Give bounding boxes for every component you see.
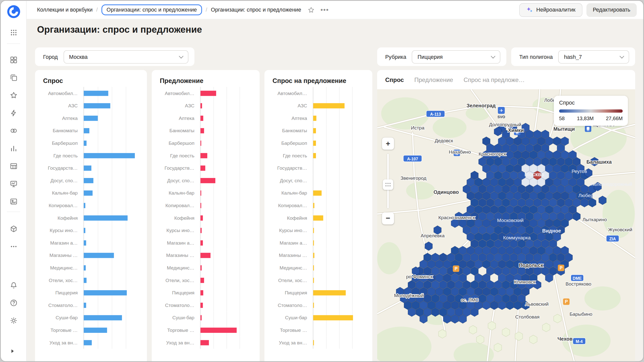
category-label: Аптека — [270, 115, 307, 121]
bar-track — [83, 249, 140, 261]
svg-text:✈: ✈ — [499, 108, 503, 113]
category-label: Курсы ино… — [270, 228, 307, 233]
category-label: Государств… — [270, 165, 307, 171]
dashboards-icon[interactable] — [6, 52, 21, 68]
city-filter-card: Город Москва — [35, 48, 194, 66]
map-place-label: Железнодорожный — [590, 182, 632, 187]
category-label: Торговые … — [41, 327, 78, 333]
settings-icon[interactable] — [6, 313, 21, 328]
category-label: Барбершоп — [157, 140, 194, 146]
bar — [200, 228, 202, 233]
hex-cell — [554, 314, 561, 323]
bar-row: Магазин а… — [41, 237, 140, 249]
city-select[interactable]: Москва — [63, 50, 188, 63]
bar-row: Уход за вн… — [270, 336, 365, 349]
bar — [200, 103, 202, 108]
bar-row: АЗС — [41, 99, 140, 112]
map-place-label: Красногорск — [478, 151, 506, 157]
breadcrumb-separator: / — [96, 7, 98, 13]
lens-icon[interactable] — [6, 123, 21, 139]
category-label: АЗС — [270, 103, 307, 108]
bar-track — [83, 311, 140, 324]
hex-cell — [476, 335, 484, 344]
bar — [313, 253, 314, 258]
zoom-slider-handle[interactable] — [383, 179, 393, 190]
category-label: Отели, хос… — [270, 277, 307, 283]
polygon-type-select[interactable]: hash_7 — [558, 50, 629, 63]
map-place-label: Московский — [497, 218, 524, 223]
map-tab-demand[interactable]: Спрос — [385, 76, 404, 83]
neuro-analyst-button[interactable]: Нейроаналитик — [519, 3, 582, 17]
notifications-icon[interactable] — [6, 278, 21, 293]
category-label: Уход за вн… — [270, 340, 307, 345]
map-place-label: Краснознаменск — [438, 215, 475, 220]
bar — [313, 203, 314, 208]
services-icon[interactable] — [6, 221, 21, 237]
polygon-type-select-value: hash_7 — [564, 54, 582, 60]
category-label: Автомобил… — [270, 90, 307, 96]
breadcrumb-workbook-selected[interactable]: Организации: спрос и предложение — [101, 5, 202, 15]
monitoring-icon[interactable] — [6, 176, 21, 192]
bar-track — [83, 237, 140, 249]
bar-row: Курсы ино… — [41, 224, 140, 237]
bar-row: Автомобил… — [157, 87, 253, 100]
neuro-analyst-label: Нейроаналитик — [536, 7, 576, 13]
bar-row: Медицинс… — [157, 261, 253, 274]
svg-text:М-4: М-4 — [576, 339, 583, 344]
media-icon[interactable] — [6, 194, 21, 209]
bar-row: Торговые … — [157, 324, 253, 336]
category-label: Где поесть — [41, 153, 78, 158]
bar — [313, 153, 316, 158]
bar-row: Копировал… — [157, 199, 253, 212]
bar-track — [83, 299, 140, 311]
breadcrumb-current-page[interactable]: Организации: спрос и предложение — [211, 7, 301, 13]
charts-icon[interactable] — [6, 141, 21, 156]
bar — [84, 203, 86, 208]
bar-track — [313, 162, 365, 174]
map-place-label: ро-Фоминск — [406, 274, 433, 279]
map-place-label: Лыткарино — [582, 217, 607, 222]
tables-icon[interactable] — [6, 158, 21, 174]
category-label: АЗС — [157, 103, 194, 108]
workbooks-icon[interactable] — [6, 70, 21, 85]
category-label: Кальян-бар — [270, 190, 307, 196]
bar-track — [313, 99, 365, 112]
edit-button[interactable]: Редактировать — [586, 3, 637, 17]
map-canvas[interactable]: ✈SVOPPPА-113А-107М-4DMEZIAЛобняЗеленогра… — [377, 89, 635, 362]
favorites-icon[interactable] — [6, 88, 21, 103]
more-icon[interactable] — [6, 239, 21, 254]
map-tab-demand-per-supply[interactable]: Спрос на предложе… — [464, 76, 525, 83]
more-actions-icon[interactable]: ••• — [320, 8, 329, 12]
bar-row: Стоматоло… — [41, 299, 140, 311]
bar — [84, 90, 108, 96]
map-tab-supply[interactable]: Предложение — [414, 76, 453, 83]
bar — [200, 315, 202, 320]
bar-track — [200, 149, 252, 162]
favorite-star-icon[interactable] — [308, 6, 315, 14]
map-image[interactable]: ✈SVOPPPА-113А-107М-4DMEZIAЛобняЗеленогра… — [377, 89, 635, 362]
category-label: Банкоматы — [157, 128, 194, 133]
datalens-logo[interactable] — [6, 4, 21, 19]
polygon-type-filter-card: Тип полигона hash_7 — [511, 48, 635, 66]
breadcrumb-collections[interactable]: Коллекции и воркбуки — [37, 7, 93, 13]
zoom-out-button[interactable]: − — [382, 212, 394, 224]
bar-row: Где поесть — [157, 149, 253, 162]
bar — [313, 228, 314, 233]
bar-row: Банкоматы — [270, 124, 365, 137]
bar-track — [200, 162, 252, 174]
quick-actions-icon[interactable] — [6, 105, 21, 121]
chart-card-demand-per-supply: Спрос на предложение Автомобил…АЗСАптека… — [264, 70, 372, 362]
bar-track — [200, 237, 252, 249]
bar — [313, 290, 346, 295]
apps-menu-icon[interactable] — [6, 25, 21, 40]
help-icon[interactable] — [6, 295, 21, 310]
category-label: Магазины … — [157, 252, 194, 258]
bar — [313, 278, 314, 283]
hex-cell — [514, 301, 521, 310]
collapse-icon[interactable] — [8, 347, 17, 355]
zoom-in-button[interactable]: + — [382, 138, 394, 150]
hex-cell — [542, 323, 550, 332]
hex-cell — [482, 301, 490, 310]
bar — [200, 278, 204, 283]
rubric-select[interactable]: Пиццерия — [412, 50, 500, 63]
